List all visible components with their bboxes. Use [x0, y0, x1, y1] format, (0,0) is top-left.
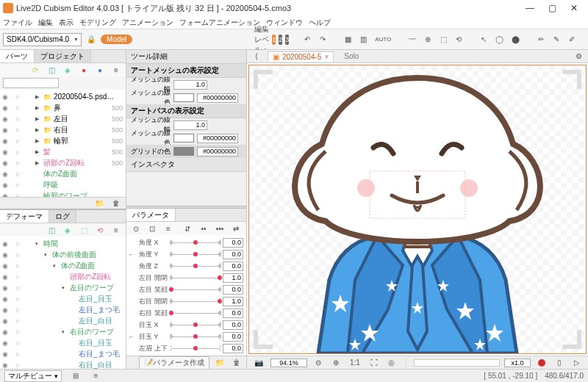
tree-row[interactable]: ◉ ○ 左目_目玉 — [0, 293, 126, 304]
menu-help[interactable]: ヘルプ — [309, 18, 331, 28]
sdk-dropdown[interactable]: SDK4.0/Cubism4.0 — [3, 33, 82, 46]
menu-animation[interactable]: アニメーション — [122, 18, 173, 28]
visibility-toggle[interactable]: ◉ — [0, 339, 10, 347]
document-tab[interactable]: ▣20200504-5× — [268, 51, 334, 62]
lock-toggle[interactable]: ○ — [12, 251, 23, 259]
tree-row[interactable]: ◉ ○ 右目_まつ毛 — [0, 348, 126, 359]
mesh-view-icon[interactable]: ◫ — [45, 63, 58, 76]
tree-row[interactable]: ◉ ○ 右目_目玉 — [0, 337, 126, 348]
multiview-dropdown[interactable]: マルチビュー ▾ — [4, 370, 62, 382]
visibility-toggle[interactable]: ◉ — [0, 306, 10, 314]
character-model[interactable] — [274, 65, 561, 353]
param-key2-icon[interactable]: •• — [197, 222, 210, 235]
param-slider[interactable] — [171, 286, 220, 292]
tree-row[interactable]: ◉ ○ ▶ 📁 左目 500 — [0, 113, 126, 124]
lock-toggle[interactable]: ○ — [12, 328, 23, 336]
tree-row[interactable]: ◉ ○ 輪郭のワープ — [0, 190, 126, 197]
param-slider[interactable] — [171, 239, 220, 245]
menu-icon[interactable]: ≡ — [110, 63, 123, 76]
param-slider[interactable] — [171, 298, 220, 304]
visibility-toggle[interactable]: ◉ — [0, 159, 10, 167]
param-slider[interactable] — [171, 251, 220, 257]
visibility-toggle[interactable]: ◉ — [0, 181, 10, 189]
param-value-input[interactable] — [223, 344, 243, 353]
lock-icon[interactable]: 🔒 — [85, 33, 98, 46]
visibility-toggle[interactable]: ◉ — [0, 328, 10, 336]
tree-row[interactable]: ◉ ○ 呼吸 — [0, 179, 126, 190]
menu-edit[interactable]: 編集 — [38, 18, 53, 28]
visibility-toggle[interactable]: ◉ — [0, 284, 10, 292]
artpath3-icon[interactable]: ✐ — [565, 33, 578, 46]
bullet-icon[interactable]: ● — [77, 63, 90, 76]
lock-toggle[interactable]: ○ — [12, 159, 23, 167]
stop-button[interactable]: ▯ — [553, 356, 566, 370]
zoom-field[interactable]: 94.1% — [270, 358, 307, 367]
fit-icon[interactable]: ⛶ — [368, 356, 381, 370]
visibility-toggle[interactable]: ◉ — [0, 273, 10, 281]
timeline-scrub[interactable] — [414, 359, 500, 367]
close-button[interactable]: ✕ — [563, 0, 585, 16]
lock-toggle[interactable]: ○ — [12, 284, 23, 292]
lock-toggle[interactable]: ○ — [12, 295, 23, 303]
level-1-button[interactable]: 1 — [272, 35, 276, 45]
lock-toggle[interactable]: ○ — [12, 126, 23, 134]
param-value-input[interactable] — [223, 332, 243, 342]
expand-icon[interactable]: ▶ — [35, 116, 41, 122]
artpath-icon[interactable]: ✏ — [534, 33, 548, 46]
mode-model-button[interactable]: Model — [101, 35, 132, 44]
record-button[interactable] — [535, 356, 548, 370]
visibility-toggle[interactable]: ◉ — [0, 361, 10, 369]
tree-row[interactable]: ◉ ○ 体のZ曲面 — [0, 168, 126, 179]
deform-view-icon[interactable]: ◈ — [61, 63, 74, 76]
def-menu-icon[interactable]: ≡ — [110, 223, 123, 237]
param-tool1-icon[interactable]: ⊙ — [129, 222, 143, 235]
tree-row[interactable]: ◉ ○ ▶ 髪 500 — [0, 146, 126, 157]
tree-row[interactable]: ◉ ○ ▾ 時間 — [0, 238, 126, 249]
expand-icon[interactable]: ▾ — [35, 241, 41, 247]
param-value-input[interactable] — [223, 285, 243, 295]
tool-auto-icon[interactable]: AUTO — [372, 33, 394, 46]
tool-glue-icon[interactable]: ⊕ — [421, 33, 434, 46]
param-reverse-icon[interactable]: ⇄ — [229, 222, 243, 235]
lock-toggle[interactable]: ○ — [12, 93, 23, 101]
expand-icon[interactable]: ▶ — [35, 127, 41, 133]
menu-file[interactable]: ファイル — [3, 18, 32, 28]
expand-icon[interactable]: ▾ — [44, 252, 50, 258]
tree-row[interactable]: ◉ ○ 左目_まつ毛 — [0, 304, 126, 315]
tree-row[interactable]: ◉ ○ ▾ 右目のワープ — [0, 326, 126, 337]
lock-toggle[interactable]: ○ — [12, 350, 23, 358]
param-value-input[interactable] — [223, 250, 243, 259]
artpath2-icon[interactable]: ✎ — [550, 33, 563, 46]
tree-row[interactable]: ◉ ○ ▾ 体のZ曲面 — [0, 260, 126, 271]
param-sort-icon[interactable]: ⇵ — [181, 222, 194, 235]
visibility-toggle[interactable]: ◉ — [0, 262, 10, 270]
param-slider[interactable] — [171, 310, 220, 316]
zoom-out-icon[interactable]: ⊖ — [312, 356, 325, 370]
tool-mesh-icon[interactable]: ▥ — [356, 33, 370, 46]
def-rot-icon[interactable]: ⟲ — [93, 223, 107, 237]
tree-row[interactable]: ◉ ○ ▶ 📁 20200504-5.psd（対応無し） — [0, 91, 126, 102]
param-create-button[interactable]: 📝 パラメータ作成 — [139, 356, 209, 370]
param-tool3-icon[interactable]: ≡ — [162, 222, 175, 235]
gear-icon[interactable]: ⚙ — [572, 50, 585, 63]
param-value-input[interactable] — [223, 262, 243, 271]
visibility-toggle[interactable]: ◉ — [0, 137, 10, 145]
tree-row[interactable]: ◉ ○ ▶ 📁 右目 500 — [0, 124, 126, 135]
tree-row[interactable]: ◉ ○ ▶ 頭部のZ回転 500 — [0, 157, 126, 168]
visibility-toggle[interactable]: ◉ — [0, 251, 10, 259]
param-value-input[interactable] — [223, 273, 243, 283]
grid-color-swatch[interactable] — [173, 147, 194, 156]
lock-toggle[interactable]: ○ — [12, 306, 23, 314]
lock-toggle[interactable]: ○ — [12, 361, 23, 369]
tree-row[interactable]: ◉ ○ ▶ 📁 鼻 500 — [0, 102, 126, 113]
lock-toggle[interactable]: ○ — [12, 317, 23, 325]
lock-toggle[interactable]: ○ — [12, 339, 23, 347]
tree-row[interactable]: ◉ ○ ▶ 📁 輪郭 500 — [0, 135, 126, 146]
mesh-color-swatch[interactable] — [173, 93, 194, 102]
mesh-width-input[interactable] — [173, 80, 207, 90]
param-slider[interactable] — [171, 334, 220, 339]
param-link-icon[interactable]: ⌐ — [129, 333, 137, 340]
center-icon[interactable]: ◎ — [385, 356, 398, 370]
lock-toggle[interactable]: ○ — [12, 273, 23, 281]
path-color-swatch[interactable] — [173, 134, 194, 143]
